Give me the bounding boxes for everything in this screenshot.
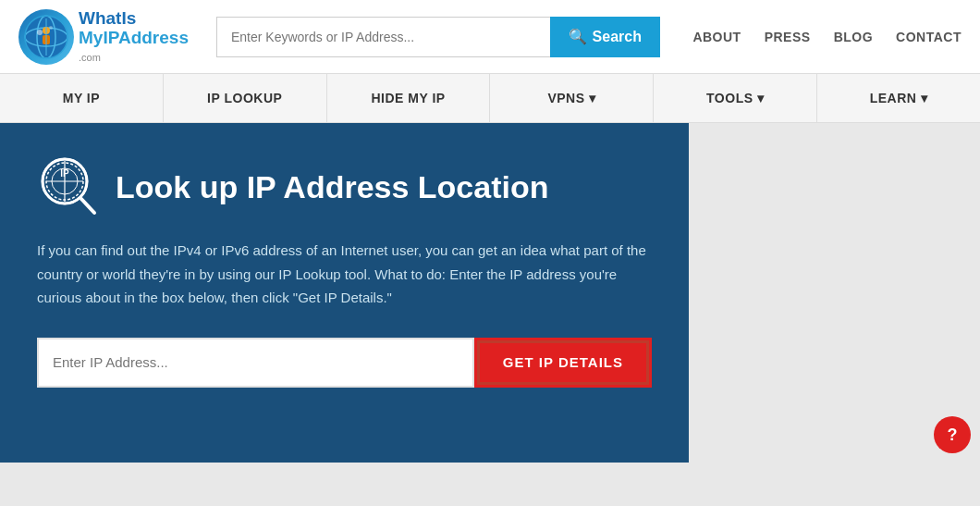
get-ip-details-wrapper: GET IP DETAILS	[474, 338, 652, 388]
nav-tools[interactable]: TOOLS ▾	[654, 74, 817, 122]
title-area: IP Look up IP Address Location	[37, 155, 652, 220]
logo-globe-icon	[18, 9, 74, 65]
help-icon[interactable]: ?	[934, 416, 971, 453]
header-nav: ABOUT PRESS BLOG CONTACT	[692, 30, 962, 44]
search-input[interactable]	[216, 17, 550, 57]
blog-link[interactable]: BLOG	[834, 30, 873, 44]
press-link[interactable]: PRESS	[765, 30, 811, 44]
svg-line-13	[81, 199, 94, 213]
right-panel: ?	[689, 123, 980, 463]
nav-vpns[interactable]: VPNS ▾	[490, 74, 654, 122]
search-icon: 🔍	[569, 28, 587, 45]
search-area: 🔍 Search	[216, 17, 660, 57]
nav-learn[interactable]: LEARN ▾	[817, 74, 980, 122]
content-panel: IP Look up IP Address Location If you ca…	[0, 123, 689, 463]
logo-com: .com	[79, 52, 101, 63]
main-content: IP Look up IP Address Location If you ca…	[0, 123, 980, 463]
main-navbar: MY IP IP LOOKUP HIDE MY IP VPNS ▾ TOOLS …	[0, 74, 980, 123]
about-link[interactable]: ABOUT	[692, 30, 741, 44]
nav-hide-my-ip[interactable]: HIDE MY IP	[327, 74, 491, 122]
page-title: Look up IP Address Location	[116, 170, 549, 204]
content-description: If you can find out the IPv4 or IPv6 add…	[37, 239, 652, 310]
logo-text: WhatIs MyIPAddress .com	[79, 9, 189, 64]
svg-point-4	[37, 30, 43, 35]
search-button[interactable]: 🔍 Search	[550, 17, 660, 57]
ip-input-area: GET IP DETAILS	[37, 338, 652, 388]
nav-ip-lookup[interactable]: IP LOOKUP	[164, 74, 327, 122]
logo[interactable]: WhatIs MyIPAddress .com	[18, 9, 189, 65]
get-ip-details-button[interactable]: GET IP DETAILS	[477, 340, 649, 385]
contact-link[interactable]: CONTACT	[896, 30, 962, 44]
nav-my-ip[interactable]: MY IP	[0, 74, 164, 122]
ip-magnify-icon: IP	[37, 155, 102, 220]
search-button-label: Search	[593, 29, 642, 45]
ip-address-input[interactable]	[37, 338, 474, 388]
header: WhatIs MyIPAddress .com 🔍 Search ABOUT P…	[0, 0, 980, 74]
